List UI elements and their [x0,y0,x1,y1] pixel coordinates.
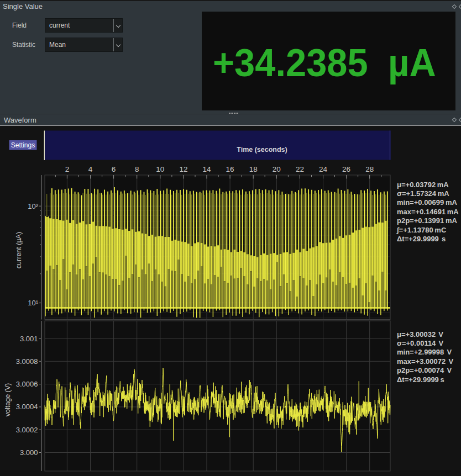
svg-text:min=+2.99998 V: min=+2.99998 V [397,348,452,356]
svg-text:20: 20 [273,165,281,173]
svg-text:σ=+0.00114 V: σ=+0.00114 V [397,339,444,347]
svg-text:6: 6 [112,165,116,173]
svg-text:10²: 10² [28,202,38,210]
svg-text:μ=+0.03792 mA: μ=+0.03792 mA [397,181,449,189]
svg-text:4: 4 [88,165,93,173]
svg-text:2: 2 [65,165,70,173]
svg-text:3.0002: 3.0002 [16,426,38,434]
svg-text:σ=+1.57324 mA: σ=+1.57324 mA [397,189,449,198]
svg-text:24: 24 [319,165,328,173]
svg-text:14: 14 [202,165,211,173]
svg-text:26: 26 [342,165,350,173]
svg-text:3.0008: 3.0008 [16,357,38,366]
svg-text:18: 18 [249,165,258,173]
svg-text:max=+0.14691 mA: max=+0.14691 mA [397,208,459,216]
svg-text:8: 8 [135,165,139,173]
svg-text:12: 12 [179,165,187,173]
svg-text:22: 22 [296,165,304,173]
svg-text:current (µA): current (µA) [15,232,23,268]
svg-text:28: 28 [365,165,374,173]
svg-text:voltage (V): voltage (V) [4,383,12,416]
svg-text:Δt=+29.9999 s: Δt=+29.9999 s [397,375,444,384]
svg-text:Time (seconds): Time (seconds) [237,146,287,154]
svg-text:min=+0.00699 mA: min=+0.00699 mA [397,198,457,207]
svg-text:3.000: 3.000 [20,448,38,457]
svg-text:10¹: 10¹ [28,299,38,307]
svg-text:3.001: 3.001 [20,335,38,343]
svg-text:μ=+3.00032 V: μ=+3.00032 V [397,330,443,339]
svg-text:3.0006: 3.0006 [16,380,38,388]
svg-text:10: 10 [156,165,164,173]
svg-text:Settings: Settings [11,141,35,149]
svg-text:p2p=+0.00074 V: p2p=+0.00074 V [397,366,452,374]
svg-text:∫=+1.13780 mC: ∫=+1.13780 mC [396,226,447,234]
svg-text:3.0004: 3.0004 [16,403,38,411]
svg-text:Δt=+29.9999 s: Δt=+29.9999 s [397,235,446,243]
svg-text:max=+3.00072 V: max=+3.00072 V [397,357,453,366]
svg-text:16: 16 [226,165,234,173]
svg-text:p2p=+0.13991 mA: p2p=+0.13991 mA [397,216,457,225]
